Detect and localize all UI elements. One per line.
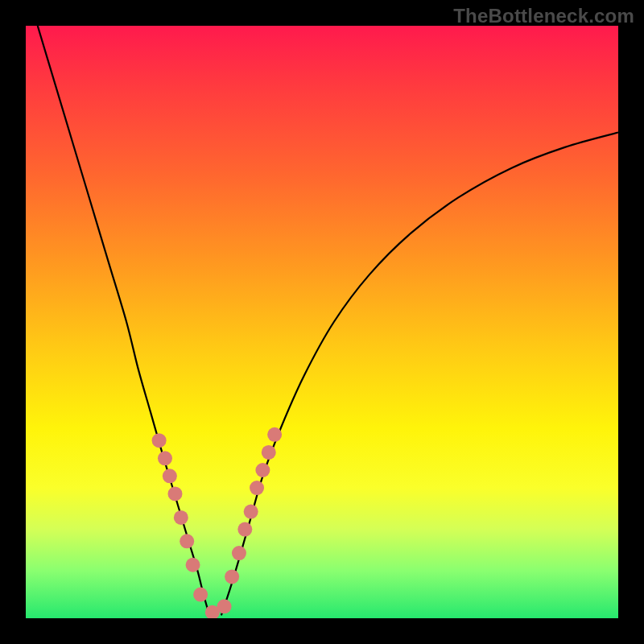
marker-dot <box>232 546 246 560</box>
curve-right-branch <box>221 132 618 615</box>
plot-area <box>26 26 618 618</box>
marker-dot <box>174 510 188 525</box>
marker-dot <box>167 486 182 501</box>
marker-dot <box>255 463 270 477</box>
marker-dot <box>225 569 239 584</box>
marker-dot <box>217 599 232 613</box>
marker-dot <box>158 451 172 465</box>
chart-svg <box>26 26 618 618</box>
marker-dot <box>180 534 194 548</box>
curve-left-branch <box>38 26 209 615</box>
marker-dot <box>186 558 200 572</box>
watermark-text: TheBottleneck.com <box>453 5 634 27</box>
marker-dot <box>267 427 282 442</box>
marker-group <box>152 427 283 618</box>
marker-dot <box>250 481 264 495</box>
marker-dot <box>152 433 167 448</box>
marker-dot <box>163 469 177 483</box>
marker-dot <box>244 505 258 519</box>
marker-dot <box>193 588 208 602</box>
marker-dot <box>237 522 252 537</box>
chart-frame: TheBottleneck.com <box>0 0 644 644</box>
marker-dot <box>262 445 276 460</box>
